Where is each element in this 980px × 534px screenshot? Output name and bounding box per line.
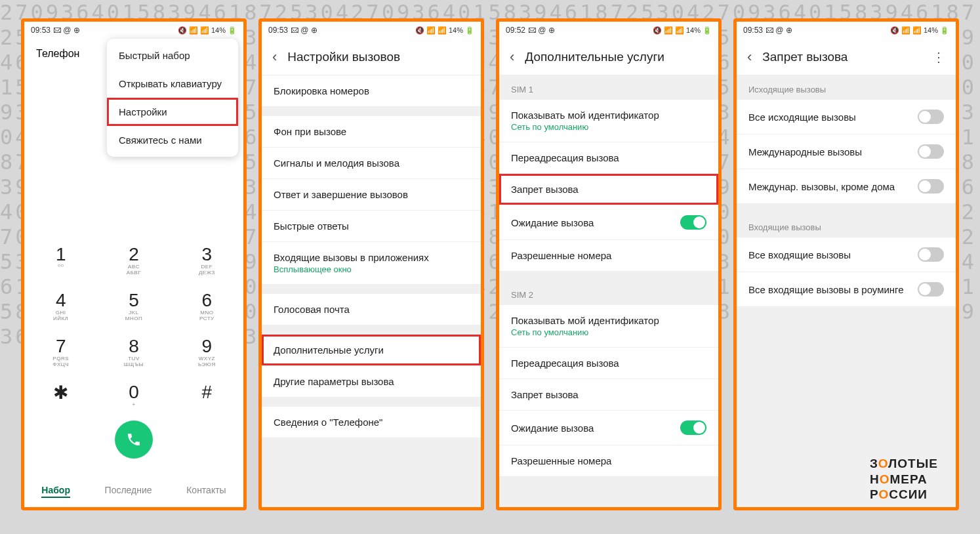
- tab-recent[interactable]: Последние: [105, 485, 152, 498]
- dial-sub: DEFДЕЖЗ: [199, 264, 215, 276]
- dial-key-3[interactable]: 3DEFДЕЖЗ: [171, 240, 243, 279]
- more-button[interactable]: ⋮: [932, 49, 945, 65]
- item-ringtone[interactable]: Сигналы и мелодия вызова: [262, 148, 481, 179]
- dial-sub: ABCАБВГ: [127, 264, 141, 276]
- header-title: Дополнительные услуги: [525, 50, 664, 64]
- dialer-header: Телефон Быстрый набор Открывать клавиату…: [24, 39, 243, 65]
- item-forward-sim1[interactable]: Переадресация вызова: [499, 142, 718, 174]
- dial-key-#[interactable]: #: [171, 378, 243, 411]
- menu-open-keyboard[interactable]: Открывать клавиатуру: [107, 70, 238, 98]
- overflow-menu: Быстрый набор Открывать клавиатуру Настр…: [107, 39, 238, 157]
- phone-icon: [126, 432, 142, 447]
- call-button[interactable]: [115, 421, 153, 459]
- dial-num: 0: [129, 382, 139, 403]
- item-about-phone[interactable]: Сведения о "Телефоне": [262, 407, 481, 438]
- status-icons: 🖂 @ ⊕: [53, 26, 80, 35]
- signal-icon: 🔇 📶 📶: [178, 26, 209, 35]
- bottom-tabs: Набор Последние Контакты: [24, 476, 243, 507]
- menu-speed-dial[interactable]: Быстрый набор: [107, 41, 238, 70]
- item-label: Междунар. вызовы, кроме дома: [748, 181, 895, 192]
- phone-screen-3: 09:52 🖂 @ ⊕ 🔇 📶 📶 14%🔋 ‹ Дополнительные …: [496, 18, 722, 510]
- item-allowed-sim1[interactable]: Разрешенные номера: [499, 240, 718, 272]
- item-all-outgoing[interactable]: Все исходящие вызовы: [737, 100, 956, 134]
- item-forward-sim2[interactable]: Переадресация вызова: [499, 348, 718, 379]
- item-barring-sim1[interactable]: Запрет вызова: [499, 174, 718, 205]
- dial-key-5[interactable]: 5JKLМНОП: [97, 286, 170, 325]
- item-intl-except-home[interactable]: Междунар. вызовы, кроме дома: [737, 169, 956, 204]
- status-time: 09:53: [31, 26, 51, 35]
- dial-sub: TUVШЩЪЫ: [124, 356, 144, 367]
- dial-key-9[interactable]: 9WXYZЬЭЮЯ: [171, 332, 243, 371]
- phone-screen-2: 09:53 🖂 @ ⊕ 🔇 📶 📶 14%🔋 ‹ Настройки вызов…: [258, 18, 484, 510]
- toggle[interactable]: [918, 144, 944, 159]
- dial-key-✱[interactable]: ✱: [24, 378, 97, 411]
- back-button[interactable]: ‹: [510, 49, 514, 66]
- item-label: Ожидание вызова: [511, 217, 594, 228]
- tab-contacts[interactable]: Контакты: [186, 485, 226, 498]
- dial-num: #: [202, 382, 213, 403]
- status-bar: 09:53 🖂 @ ⊕ 🔇 📶 📶 14%🔋: [262, 22, 481, 39]
- item-call-background[interactable]: Фон при вызове: [262, 116, 481, 148]
- item-label: Входящие вызовы в приложениях: [274, 252, 429, 263]
- dial-key-1[interactable]: 1ᴼᴼ: [24, 240, 97, 279]
- toggle[interactable]: [918, 282, 944, 297]
- item-subtitle: Сеть по умолчанию: [511, 327, 659, 337]
- status-battery: 14%: [449, 26, 463, 34]
- dial-key-0[interactable]: 0+: [97, 378, 170, 411]
- dial-sub: MNOРСТУ: [199, 310, 214, 321]
- dial-num: 7: [56, 336, 66, 357]
- dial-num: 6: [202, 290, 213, 311]
- header-title: Запрет вызова: [762, 50, 847, 64]
- back-button[interactable]: ‹: [272, 49, 277, 66]
- menu-contact-us[interactable]: Свяжитесь с нами: [107, 126, 238, 154]
- item-answer-end[interactable]: Ответ и завершение вызовов: [262, 179, 481, 211]
- item-voicemail[interactable]: Голосовая почта: [262, 294, 481, 325]
- section-outgoing: Исходящие вызовы: [737, 75, 956, 100]
- item-waiting-sim1[interactable]: Ожидание вызова: [499, 205, 718, 240]
- tab-dial[interactable]: Набор: [41, 485, 70, 498]
- dial-key-6[interactable]: 6MNOРСТУ: [171, 286, 243, 325]
- item-block-numbers[interactable]: Блокировка номеров: [262, 75, 481, 107]
- phone-screen-1: 09:53 🖂 @ ⊕ 🔇 📶 📶 14%🔋 Телефон Быстрый н…: [21, 18, 247, 510]
- dial-num: 8: [129, 336, 139, 357]
- status-bar: 09:53 🖂 @ ⊕ 🔇 📶 📶 14%🔋: [24, 22, 243, 39]
- dial-key-4[interactable]: 4GHIИЙКЛ: [24, 286, 97, 325]
- item-caller-id-sim1[interactable]: Показывать мой идентификатор Сеть по умо…: [499, 100, 718, 142]
- item-other-params[interactable]: Другие параметры вызова: [262, 366, 481, 398]
- item-label: Показывать мой идентификатор: [511, 315, 659, 326]
- toggle-waiting-sim1[interactable]: [680, 215, 706, 230]
- toggle[interactable]: [918, 179, 944, 194]
- item-label: Показывать мой идентификатор: [511, 110, 659, 121]
- toggle[interactable]: [918, 110, 944, 124]
- item-label: Все входящие вызовы в роуминге: [748, 284, 904, 295]
- item-waiting-sim2[interactable]: Ожидание вызова: [499, 411, 718, 445]
- item-all-incoming[interactable]: Все входящие вызовы: [737, 237, 956, 272]
- item-international[interactable]: Международные вызовы: [737, 134, 956, 169]
- status-battery: 14%: [686, 26, 701, 34]
- item-barring-sim2[interactable]: Запрет вызова: [499, 379, 718, 411]
- item-incoming-roaming[interactable]: Все входящие вызовы в роуминге: [737, 272, 956, 307]
- item-allowed-sim2[interactable]: Разрешенные номера: [499, 445, 718, 477]
- back-button[interactable]: ‹: [747, 49, 752, 66]
- item-additional-services[interactable]: Дополнительные услуги: [262, 335, 481, 366]
- content: Блокировка номеров Фон при вызове Сигнал…: [262, 75, 481, 507]
- dial-key-2[interactable]: 2ABCАБВГ: [97, 240, 170, 279]
- dial-key-8[interactable]: 8TUVШЩЪЫ: [97, 332, 170, 371]
- item-subtitle: Всплывающее окно: [274, 264, 429, 274]
- item-quick-replies[interactable]: Быстрые ответы: [262, 211, 481, 242]
- dial-num: 9: [202, 336, 213, 357]
- item-caller-id-sim2[interactable]: Показывать мой идентификатор Сеть по умо…: [499, 305, 718, 348]
- item-label: Ожидание вызова: [511, 422, 594, 434]
- dial-num: 2: [129, 244, 139, 265]
- status-bar: 09:53 🖂 @ ⊕ 🔇 📶 📶 14%🔋: [737, 22, 956, 39]
- toggle-waiting-sim2[interactable]: [680, 421, 706, 435]
- item-app-calls[interactable]: Входящие вызовы в приложениях Всплывающе…: [262, 242, 481, 285]
- dial-key-7[interactable]: 7PQRSФХЦЧ: [24, 332, 97, 371]
- dial-num: 4: [56, 290, 66, 311]
- status-battery: 14%: [211, 26, 226, 34]
- menu-settings[interactable]: Настройки: [107, 98, 238, 126]
- dial-num: 5: [129, 290, 139, 311]
- dial-num: 3: [202, 244, 213, 265]
- content: Исходящие вызовы Все исходящие вызовы Ме…: [737, 75, 956, 507]
- toggle[interactable]: [918, 247, 944, 262]
